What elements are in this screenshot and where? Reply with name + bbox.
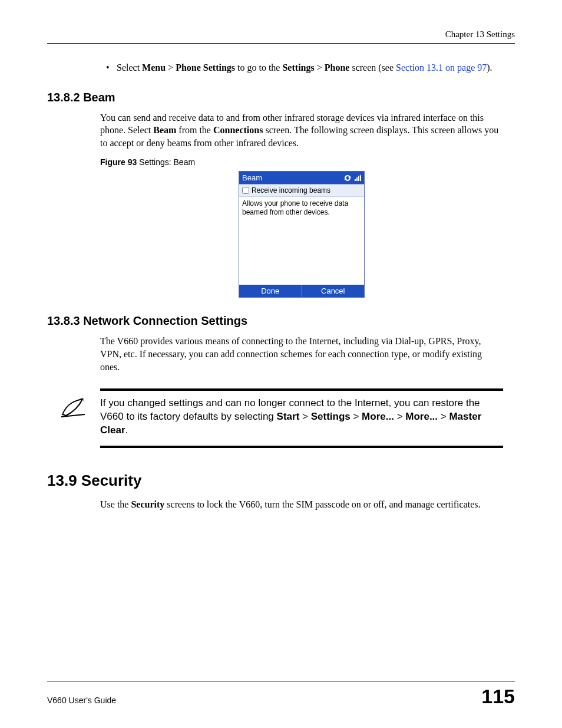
figure-caption-93: Figure 93 Settings: Beam [100, 157, 503, 167]
phone-body: Receive incoming beams Allows your phone… [239, 184, 364, 285]
signal-icon [354, 174, 361, 182]
xref-link[interactable]: Section 13.1 on page 97 [396, 62, 487, 73]
page-footer: V660 User's Guide 115 [47, 681, 515, 708]
phone-screenshot-beam: Beam Receive incoming beams Allows your … [239, 171, 365, 298]
checkbox-label: Receive incoming beams [252, 186, 330, 195]
note-icon [59, 397, 100, 421]
header-rule [47, 43, 515, 44]
note-text: If you changed settings and can no longe… [100, 397, 503, 437]
checkbox-row[interactable]: Receive incoming beams [239, 185, 364, 197]
heading-13-8-3: 13.8.3 Network Connection Settings [47, 314, 503, 328]
page-number: 115 [481, 685, 515, 708]
note-rule-bottom [100, 446, 503, 448]
sync-icon [343, 174, 352, 182]
note-block: If you changed settings and can no longe… [59, 388, 503, 448]
phone-softkeys: Done Cancel [239, 285, 364, 297]
bullet-text: Select Menu > Phone Settings to go to th… [117, 62, 492, 73]
para-security: Use the Security screens to lock the V66… [100, 498, 503, 511]
footer-guide: V660 User's Guide [47, 696, 116, 705]
footer-rule [47, 681, 515, 681]
phone-description: Allows your phone to receive data beamed… [239, 197, 364, 219]
heading-13-8-2: 13.8.2 Beam [47, 91, 503, 104]
para-network: The V660 provides various means of conne… [100, 335, 503, 373]
softkey-done[interactable]: Done [239, 285, 302, 297]
para-beam: You can send and receive data to and fro… [100, 111, 503, 150]
bullet-line: • Select Menu > Phone Settings to go to … [106, 61, 503, 74]
phone-title: Beam [242, 173, 262, 182]
header-chapter: Chapter 13 Settings [47, 29, 515, 39]
phone-titlebar: Beam [239, 172, 364, 184]
heading-13-9: 13.9 Security [47, 472, 503, 490]
note-rule-top [100, 388, 503, 391]
softkey-cancel[interactable]: Cancel [302, 285, 365, 297]
receive-beams-checkbox[interactable] [242, 187, 249, 194]
